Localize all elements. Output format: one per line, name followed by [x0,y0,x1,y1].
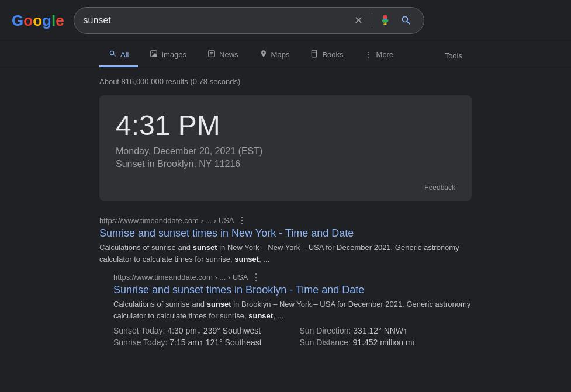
sub-result-1: https://www.timeanddate.com › ... › USA … [113,272,472,347]
data-value-sun-dist: 91.452 million mi [353,338,414,347]
images-tab-icon [150,50,158,60]
mic-icon [379,15,391,26]
main-content: About 816,000,000 results (0.78 seconds)… [0,70,571,368]
tab-images[interactable]: Images [140,44,196,67]
logo-e: e [56,12,64,30]
results-count: About 816,000,000 results (0.78 seconds) [99,77,472,86]
data-label-sunset: Sunset Today: [113,326,165,335]
divider [372,13,372,27]
tab-more-label: More [376,50,394,59]
tab-news[interactable]: News [198,44,248,67]
data-value-sun-dir: 331.12° NNW↑ [353,326,407,335]
clear-button[interactable]: ✕ [351,12,367,29]
all-tab-icon [109,50,117,60]
google-logo: Google [12,12,64,30]
data-row-sun-direction: Sun Direction: 331.12° NNW↑ [300,326,472,335]
svg-point-1 [153,52,154,53]
sub-result-snippet-1: Calculations of sunrise and sunset in Br… [113,299,472,321]
tab-more[interactable]: ⋮ More [355,44,403,67]
search-input[interactable]: sunset [84,15,346,26]
result-url-1: https://www.timeanddate.com › ... › USA … [99,215,472,226]
sunset-date: Monday, December 20, 2021 (EST) [116,146,455,157]
mic-button[interactable] [377,12,393,29]
sunset-card: 4:31 PM Monday, December 20, 2021 (EST) … [99,95,472,201]
sub-result-options-icon[interactable]: ⋮ [251,272,261,283]
logo-l: l [51,12,56,30]
sub-result-data-table: Sunset Today: 4:30 pm↓ 239° Southwest Su… [113,326,472,347]
result-options-icon-1[interactable]: ⋮ [237,215,247,226]
sunset-location: Sunset in Brooklyn, NY 11216 [116,159,455,169]
search-icon [400,15,412,26]
data-value-sunset: 4:30 pm↓ 239° Southwest [167,326,261,335]
bold-sunset-2: sunset [234,255,259,263]
tools-button[interactable]: Tools [435,46,472,66]
sub-result-title-1[interactable]: Sunrise and sunset times in Brooklyn - T… [113,284,472,296]
data-label-sun-dir: Sun Direction: [300,326,351,335]
logo-g: G [12,12,23,30]
nav-tabs: All Images News Maps Books ⋮ More Tools [0,41,571,70]
tab-maps[interactable]: Maps [250,44,299,67]
result-snippet-1: Calculations of sunrise and sunset in Ne… [99,242,472,265]
clear-icon: ✕ [354,14,363,27]
logo-g2: g [42,12,51,30]
tab-books-label: Books [322,50,343,59]
sub-result-url-text-1: https://www.timeanddate.com › ... › USA [113,273,248,282]
tab-images-label: Images [161,50,186,59]
result-item-1: https://www.timeanddate.com › ... › USA … [99,215,472,347]
tab-books[interactable]: Books [301,44,352,67]
more-tab-icon: ⋮ [365,50,373,60]
bold-sunset-4: sunset [248,311,273,320]
bold-sunset-3: sunset [207,300,231,308]
result-url-text-1: https://www.timeanddate.com › ... › USA [99,216,234,225]
svg-rect-6 [312,50,317,57]
tab-news-label: News [219,50,238,59]
search-icons: ✕ [351,12,414,29]
data-label-sun-dist: Sun Distance: [300,338,351,347]
news-tab-icon [207,50,216,60]
data-row-sun-distance: Sun Distance: 91.452 million mi [300,338,472,347]
data-row-sunset-today: Sunset Today: 4:30 pm↓ 239° Southwest [113,326,286,335]
logo-o2: o [33,12,42,30]
tab-all[interactable]: All [99,44,138,67]
logo-o1: o [23,12,33,30]
maps-tab-icon [259,50,268,60]
result-title-1[interactable]: Sunrise and sunset times in New York - T… [99,227,472,240]
sunset-time: 4:31 PM [116,109,455,141]
data-label-sunrise: Sunrise Today: [113,338,167,347]
tab-maps-label: Maps [271,50,290,59]
header: Google sunset ✕ [0,0,571,41]
tab-all-label: All [120,50,129,59]
feedback-link[interactable]: Feedback [116,179,455,192]
data-row-sunrise-today: Sunrise Today: 7:15 am↑ 121° Southeast [113,338,286,347]
data-value-sunrise: 7:15 am↑ 121° Southeast [169,338,261,347]
search-bar: sunset ✕ [74,7,424,34]
sub-result-url-1: https://www.timeanddate.com › ... › USA … [113,272,472,283]
search-button[interactable] [398,12,414,29]
bold-sunset-1: sunset [193,243,217,252]
books-tab-icon [310,50,319,60]
